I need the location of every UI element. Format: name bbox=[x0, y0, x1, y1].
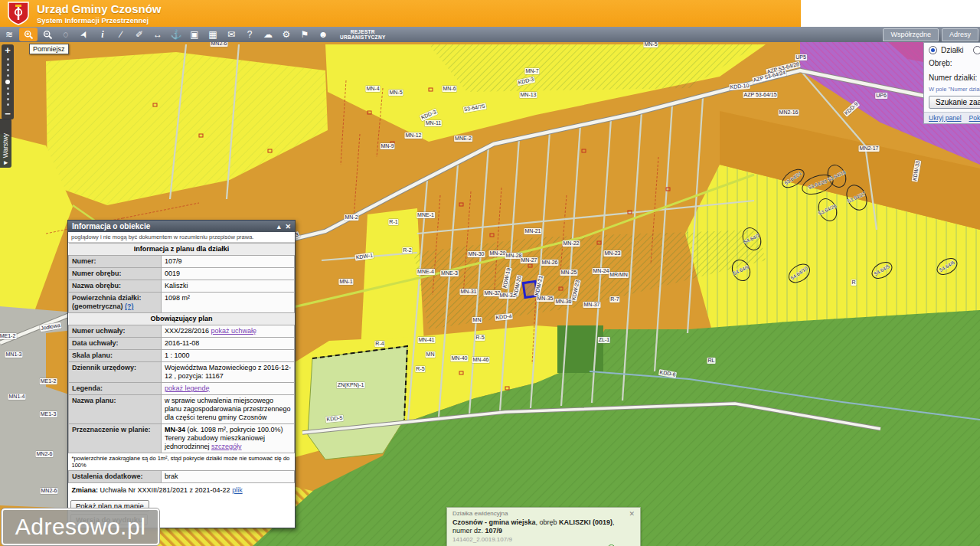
change-row: Zmiana: Uchwała Nr XXXIII/281/2021 z 202… bbox=[69, 483, 295, 499]
row-value: 0019 bbox=[162, 268, 295, 280]
table-row: Nazwa obrębu:Kaliszki bbox=[69, 280, 295, 293]
popup-link[interactable]: szczegóły bbox=[211, 443, 242, 450]
popup-minimize-icon[interactable]: ▴ bbox=[277, 223, 281, 230]
export-icon[interactable]: ▣ bbox=[185, 28, 204, 41]
info-icon[interactable]: i bbox=[93, 28, 112, 41]
tiles-icon[interactable]: ▦ bbox=[204, 28, 222, 41]
hide-panel-link[interactable]: Ukryj panel bbox=[929, 114, 962, 122]
row-label: Numer obrębu: bbox=[69, 268, 162, 280]
download-cloud-icon[interactable]: ☁ bbox=[259, 28, 277, 41]
object-info-popup: Informacja o obiekcie ▴ ✕ poglądowy i ni… bbox=[67, 220, 296, 528]
single-window-link[interactable]: Pokazuj w jednym oknie bbox=[969, 114, 980, 122]
table-row: Informacja z planu dla działki bbox=[69, 244, 295, 256]
text: brak bbox=[165, 472, 178, 480]
row-value: brak bbox=[162, 471, 295, 483]
measure-width-icon[interactable]: ↔ bbox=[149, 28, 167, 41]
tab-wspolrzedne[interactable]: Współrzędne bbox=[883, 28, 939, 41]
app-title: Urząd Gminy Czosnów bbox=[37, 2, 162, 15]
draw-icon[interactable]: ✐ bbox=[130, 28, 149, 41]
zoom-in-button[interactable]: + bbox=[2, 45, 14, 55]
row-label: Skala planu: bbox=[69, 350, 162, 362]
message-icon[interactable]: ✉ bbox=[222, 28, 240, 41]
rejestr-line2: URBANISTYCZNY bbox=[340, 34, 386, 40]
adresowo-watermark: Adresowo.pl bbox=[2, 508, 159, 545]
popup-close-icon[interactable]: ✕ bbox=[285, 223, 291, 230]
parcel-info-panel: Działka ewidencyjna ✕ Czosnów - gmina wi… bbox=[446, 507, 641, 546]
text: (geometryczna) bbox=[72, 302, 125, 310]
popup-link[interactable]: pokaż uchwałę bbox=[211, 327, 257, 335]
map-canvas[interactable]: 53.64/2453.64/2853.64/1853.64/2753.64/26… bbox=[0, 42, 980, 546]
zoom-out-tooltip: Pomniejsz bbox=[29, 44, 69, 54]
table-row: Obowiązujący plan bbox=[69, 313, 295, 325]
parcel-description: Czosnów - gmina wiejska, obręb KALISZKI … bbox=[452, 518, 635, 535]
popup-link[interactable]: pokaż legendę bbox=[165, 384, 210, 392]
zoom-level-dot[interactable] bbox=[7, 58, 9, 60]
search-panel-footer: Ukryj panelPokazuj w jednym oknie bbox=[924, 112, 980, 123]
parcel-panel-close-icon[interactable]: ✕ bbox=[629, 510, 635, 518]
table-row: Powierzchnia działki:(geometryczna) (?)1… bbox=[69, 293, 295, 313]
table-row: *powierzchnie zaokrąglane są do 1m², stą… bbox=[69, 453, 295, 471]
row-label: Ustalenia dodatkowe: bbox=[69, 471, 162, 483]
table-row: Dziennik urzędowy:Województwa Mazowiecki… bbox=[69, 362, 295, 383]
advanced-search-button[interactable]: Szukanie zaawansowane bbox=[929, 96, 980, 109]
text: 1098 m² bbox=[165, 294, 190, 302]
zoom-level-dot-current[interactable] bbox=[5, 80, 10, 84]
anchor-icon[interactable]: ⚓ bbox=[167, 28, 185, 41]
text: Numer uchwały: bbox=[72, 327, 126, 335]
row-value: 1098 m² bbox=[162, 293, 295, 313]
radio-działki[interactable] bbox=[929, 46, 937, 54]
text: KALISZKI (0019) bbox=[559, 518, 612, 526]
row-label: Legenda: bbox=[69, 383, 162, 395]
zoom-level-dot[interactable] bbox=[7, 87, 9, 90]
radio-budynki[interactable] bbox=[973, 46, 980, 54]
text: w sprawie uchwalenia miejscowego planu z… bbox=[165, 397, 291, 421]
selected-parcel-highlight[interactable] bbox=[523, 281, 537, 297]
row-label: Nazwa planu: bbox=[69, 395, 162, 424]
zoom-level-dot[interactable] bbox=[7, 74, 9, 77]
zoom-in-icon[interactable] bbox=[19, 28, 38, 41]
popup-link[interactable]: plik bbox=[232, 486, 243, 494]
search-fields: Obręb:Numer działki: bbox=[924, 54, 980, 83]
zoom-out-button[interactable]: − bbox=[2, 109, 14, 119]
select-area-icon[interactable]: ◌ bbox=[57, 28, 75, 41]
row-value: XXX/228/2016 pokaż uchwałę bbox=[162, 325, 295, 338]
tab-adresy[interactable]: Adresy bbox=[942, 28, 978, 41]
text: Kaliszki bbox=[165, 282, 188, 289]
popup-titlebar[interactable]: Informacja o obiekcie ▴ ✕ bbox=[68, 221, 295, 232]
user-chat-icon[interactable]: ☻ bbox=[314, 28, 332, 41]
row-value: Województwa Mazowieckiego z 2016-12-12 ,… bbox=[162, 362, 295, 383]
row-label: Powierzchnia działki:(geometryczna) (?) bbox=[69, 293, 162, 313]
rejestr-urbanistyczny-button[interactable]: REJESTR URBANISTYCZNY bbox=[340, 29, 386, 40]
popup-disclaimer: poglądowy i nie mogą być dokumentem w ro… bbox=[68, 232, 295, 243]
parcel-id: 141402_2.0019.107/9 bbox=[452, 536, 635, 543]
row-label: Przeznaczenie w planie: bbox=[69, 424, 162, 453]
text: XXX/228/2016 bbox=[165, 327, 211, 335]
flag-icon[interactable]: ⚑ bbox=[296, 28, 314, 41]
text: Nazwa obrębu: bbox=[72, 282, 121, 289]
table-row: Nazwa planu:w sprawie uchwalenia miejsco… bbox=[69, 395, 295, 424]
section-header: Obowiązujący plan bbox=[69, 313, 295, 325]
toolbar-icons: ≋◌➤i∕✐↔⚓▣▦✉?☁⚙⚑☻ bbox=[0, 28, 332, 41]
measure-line-icon[interactable]: ∕ bbox=[112, 28, 130, 41]
settings-icon[interactable]: ⚙ bbox=[277, 28, 296, 41]
zoom-out-icon[interactable] bbox=[38, 28, 57, 41]
text: Uchwała Nr XXXIII/281/2021 z 2021-04-22 bbox=[98, 486, 232, 494]
zoom-level-dot[interactable] bbox=[7, 93, 9, 95]
zoom-level-dot[interactable] bbox=[7, 69, 9, 71]
table-row: Zmiana: Uchwała Nr XXXIII/281/2021 z 202… bbox=[69, 483, 295, 499]
popup-link[interactable]: (?) bbox=[125, 302, 134, 310]
text: Ustalenia dodatkowe: bbox=[72, 472, 143, 480]
text: Nazwa planu: bbox=[72, 397, 116, 404]
help-icon[interactable]: ? bbox=[240, 28, 259, 41]
search-panel-tabs: WspółrzędneAdresy bbox=[883, 28, 980, 41]
pointer-icon[interactable]: ➤ bbox=[75, 28, 93, 41]
zoom-level-dot[interactable] bbox=[7, 98, 9, 100]
row-label: Numer uchwały: bbox=[69, 325, 162, 338]
row-value: MN-34 (ok. 1098 m², pokrycie 100.0%)Tere… bbox=[162, 424, 295, 453]
layers-icon[interactable]: ≋ bbox=[0, 28, 18, 41]
row-value: 107/9 bbox=[162, 256, 295, 268]
zoom-level-dot[interactable] bbox=[7, 64, 9, 66]
zoom-level-dot[interactable] bbox=[7, 103, 9, 106]
text: 0019 bbox=[165, 270, 180, 277]
layers-panel-tab[interactable]: ▼ Warstwy bbox=[0, 119, 11, 168]
